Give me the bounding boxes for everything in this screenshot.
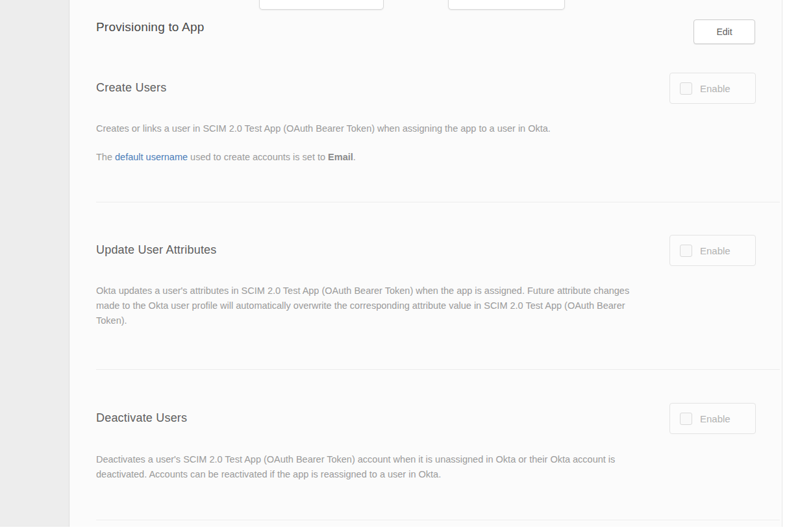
enable-label: Enable	[700, 83, 731, 94]
create-users-description: Creates or links a user in SCIM 2.0 Test…	[96, 121, 765, 136]
enable-toggle-deactivate-users[interactable]: Enable	[669, 403, 756, 434]
provisioning-settings-panel: Provisioning to App Edit Create Users En…	[69, 0, 782, 527]
note-prefix: The	[96, 152, 115, 162]
section-title-deactivate-users: Deactivate Users	[96, 411, 187, 425]
left-sidebar	[0, 0, 69, 527]
page-title: Provisioning to App	[96, 20, 204, 34]
truncated-input-field-2[interactable]	[448, 0, 565, 10]
checkbox-icon[interactable]	[680, 245, 692, 257]
section-title-create-users: Create Users	[96, 81, 166, 95]
update-user-attributes-description: Okta updates a user's attributes in SCIM…	[96, 284, 765, 328]
note-bold-value: Email	[328, 152, 353, 162]
section-title-update-user-attributes: Update User Attributes	[96, 243, 217, 257]
checkbox-icon[interactable]	[680, 82, 692, 95]
checkbox-icon[interactable]	[680, 413, 692, 425]
enable-label: Enable	[700, 413, 731, 424]
edit-button[interactable]: Edit	[693, 19, 755, 44]
enable-toggle-update-user-attributes[interactable]: Enable	[669, 235, 756, 266]
section-divider	[96, 202, 780, 202]
enable-label: Enable	[700, 245, 731, 256]
default-username-link[interactable]: default username	[115, 152, 188, 162]
create-users-username-note: The default username used to create acco…	[96, 150, 765, 165]
note-suffix: .	[353, 152, 356, 162]
truncated-input-field-1[interactable]	[259, 0, 384, 10]
deactivate-users-description: Deactivates a user's SCIM 2.0 Test App (…	[96, 452, 765, 482]
section-divider	[96, 520, 780, 520]
section-divider	[96, 369, 780, 370]
note-middle: used to create accounts is set to	[188, 152, 328, 162]
enable-toggle-create-users[interactable]: Enable	[669, 73, 756, 104]
